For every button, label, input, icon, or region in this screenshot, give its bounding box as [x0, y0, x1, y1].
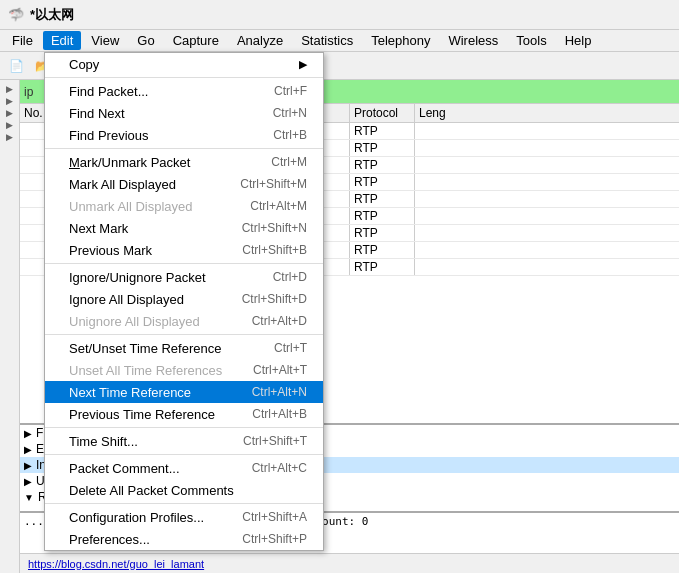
menu-ignore-all-shortcut: Ctrl+Shift+D	[242, 292, 307, 306]
menu-mark-all-shortcut: Ctrl+Shift+M	[240, 177, 307, 191]
menu-find-packet-label: Find Packet...	[69, 84, 244, 99]
menu-capture[interactable]: Capture	[165, 31, 227, 50]
menu-ignore-packet[interactable]: Ignore/Unignore Packet Ctrl+D	[45, 266, 323, 288]
menu-time-shift[interactable]: Time Shift... Ctrl+Shift+T	[45, 430, 323, 452]
menu-wireless[interactable]: Wireless	[440, 31, 506, 50]
menu-sep6	[45, 454, 323, 455]
menu-next-mark-label: Next Mark	[69, 221, 212, 236]
menu-unset-all-time[interactable]: Unset All Time References Ctrl+Alt+T	[45, 359, 323, 381]
menu-preferences[interactable]: Preferences... Ctrl+Shift+P	[45, 528, 323, 550]
menu-prev-mark[interactable]: Previous Mark Ctrl+Shift+B	[45, 239, 323, 261]
menu-mark-all-label: Mark All Displayed	[69, 177, 210, 192]
menu-analyze[interactable]: Analyze	[229, 31, 291, 50]
menu-set-time-ref[interactable]: Set/Unset Time Reference Ctrl+T	[45, 337, 323, 359]
menu-ignore-packet-label: Ignore/Unignore Packet	[69, 270, 243, 285]
menu-prev-mark-shortcut: Ctrl+Shift+B	[242, 243, 307, 257]
edit-dropdown-menu: Copy ▶ Find Packet... Ctrl+F Find Next C…	[44, 52, 324, 551]
menu-delete-comments[interactable]: Delete All Packet Comments	[45, 479, 323, 501]
menu-sep3	[45, 263, 323, 264]
menu-unignore-all-label: Unignore All Displayed	[69, 314, 222, 329]
menu-sep7	[45, 503, 323, 504]
menu-find-packet[interactable]: Find Packet... Ctrl+F	[45, 80, 323, 102]
menu-find-next-shortcut: Ctrl+N	[273, 106, 307, 120]
menu-copy[interactable]: Copy ▶	[45, 53, 323, 75]
dropdown-overlay[interactable]: File Edit View Go Capture Analyze Statis…	[0, 0, 679, 573]
submenu-arrow: ▶	[299, 58, 307, 71]
menu-next-time-ref[interactable]: Next Time Reference Ctrl+Alt+N	[45, 381, 323, 403]
menu-config-profiles-label: Configuration Profiles...	[69, 510, 212, 525]
menu-mark-all[interactable]: Mark All Displayed Ctrl+Shift+M	[45, 173, 323, 195]
menu-mark-unmark-label: Mark/Unmark Packet	[69, 155, 241, 170]
menu-sep5	[45, 427, 323, 428]
menu-packet-comment[interactable]: Packet Comment... Ctrl+Alt+C	[45, 457, 323, 479]
menu-ignore-all[interactable]: Ignore All Displayed Ctrl+Shift+D	[45, 288, 323, 310]
menu-go[interactable]: Go	[129, 31, 162, 50]
menu-sep2	[45, 148, 323, 149]
menu-tools[interactable]: Tools	[508, 31, 554, 50]
menu-next-mark[interactable]: Next Mark Ctrl+Shift+N	[45, 217, 323, 239]
menu-view[interactable]: View	[83, 31, 127, 50]
menu-prev-time-ref[interactable]: Previous Time Reference Ctrl+Alt+B	[45, 403, 323, 425]
menu-unignore-all-shortcut: Ctrl+Alt+D	[252, 314, 307, 328]
menu-next-time-ref-label: Next Time Reference	[69, 385, 222, 400]
menu-telephony[interactable]: Telephony	[363, 31, 438, 50]
menu-sep1	[45, 77, 323, 78]
menu-config-profiles[interactable]: Configuration Profiles... Ctrl+Shift+A	[45, 506, 323, 528]
menu-file[interactable]: File	[4, 31, 41, 50]
menu-set-time-ref-label: Set/Unset Time Reference	[69, 341, 244, 356]
menu-preferences-label: Preferences...	[69, 532, 212, 547]
menu-next-time-ref-shortcut: Ctrl+Alt+N	[252, 385, 307, 399]
menu-delete-comments-label: Delete All Packet Comments	[69, 483, 277, 498]
menu-mark-unmark[interactable]: Mark/Unmark Packet Ctrl+M	[45, 151, 323, 173]
menu-packet-comment-label: Packet Comment...	[69, 461, 222, 476]
menu-find-previous[interactable]: Find Previous Ctrl+B	[45, 124, 323, 146]
menu-statistics[interactable]: Statistics	[293, 31, 361, 50]
menu-unignore-all[interactable]: Unignore All Displayed Ctrl+Alt+D	[45, 310, 323, 332]
menu-find-previous-label: Find Previous	[69, 128, 243, 143]
menu-find-packet-shortcut: Ctrl+F	[274, 84, 307, 98]
menu-find-next-label: Find Next	[69, 106, 243, 121]
menu-sep4	[45, 334, 323, 335]
menu-help[interactable]: Help	[557, 31, 600, 50]
menu-mark-unmark-shortcut: Ctrl+M	[271, 155, 307, 169]
menu-ignore-packet-shortcut: Ctrl+D	[273, 270, 307, 284]
menu-ignore-all-label: Ignore All Displayed	[69, 292, 212, 307]
menu-preferences-shortcut: Ctrl+Shift+P	[242, 532, 307, 546]
menu-prev-mark-label: Previous Mark	[69, 243, 212, 258]
menu-unset-all-time-shortcut: Ctrl+Alt+T	[253, 363, 307, 377]
menu-prev-time-ref-shortcut: Ctrl+Alt+B	[252, 407, 307, 421]
menu-packet-comment-shortcut: Ctrl+Alt+C	[252, 461, 307, 475]
menu-time-shift-shortcut: Ctrl+Shift+T	[243, 434, 307, 448]
menu-unset-all-time-label: Unset All Time References	[69, 363, 223, 378]
menu-prev-time-ref-label: Previous Time Reference	[69, 407, 222, 422]
menu-unmark-all-shortcut: Ctrl+Alt+M	[250, 199, 307, 213]
menu-unmark-all[interactable]: Unmark All Displayed Ctrl+Alt+M	[45, 195, 323, 217]
menu-next-mark-shortcut: Ctrl+Shift+N	[242, 221, 307, 235]
menu-config-profiles-shortcut: Ctrl+Shift+A	[242, 510, 307, 524]
menu-unmark-all-label: Unmark All Displayed	[69, 199, 220, 214]
menu-find-next[interactable]: Find Next Ctrl+N	[45, 102, 323, 124]
menu-time-shift-label: Time Shift...	[69, 434, 213, 449]
menu-find-previous-shortcut: Ctrl+B	[273, 128, 307, 142]
menu-copy-label: Copy	[69, 57, 291, 72]
menu-set-time-ref-shortcut: Ctrl+T	[274, 341, 307, 355]
menu-edit[interactable]: Edit	[43, 31, 81, 50]
